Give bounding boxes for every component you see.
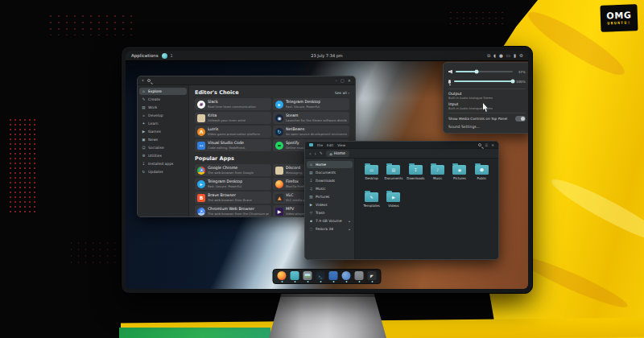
back-icon[interactable]: ‹ [142, 78, 144, 84]
maximize-icon[interactable]: ▢ [341, 79, 345, 83]
close-icon[interactable]: ✕ [491, 143, 494, 147]
sidebar-item-learn[interactable]: ✦Learn [139, 120, 187, 127]
folder-documents[interactable]: ▤Documents [383, 165, 403, 180]
output-device[interactable]: Output Built-in Audio Analogue Stereo [448, 92, 526, 100]
running-indicator [332, 281, 334, 282]
menu-file[interactable]: File [317, 143, 323, 147]
sidebar-item-news[interactable]: ▣News [139, 136, 187, 143]
sound-settings-link[interactable]: Sound Settings… [448, 125, 526, 129]
telegram-desktop-icon: ▸ [197, 180, 205, 188]
sidebar-item-explore[interactable]: ⌂Explore [139, 88, 187, 95]
breadcrumb[interactable]: ⌂ Home [326, 150, 349, 157]
files-sidebar-item-trash[interactable]: ▽Trash [307, 209, 353, 216]
app-card-slack[interactable]: #SlackReal-time team communication [195, 98, 271, 110]
folder-desktop[interactable]: ▭Desktop [361, 165, 382, 180]
app-card-lutris[interactable]: ΛLutrisVideo game preservation platform [195, 126, 271, 138]
edit-path-icon[interactable]: ✎ [320, 151, 323, 155]
sidebar-item-develop[interactable]: ⌗Develop [139, 112, 187, 119]
folder-emblem: ✎ [370, 196, 374, 200]
pictures-icon: ▨ [309, 195, 313, 199]
app-card-krita[interactable]: KritaUnleash your inner artist [195, 112, 271, 124]
files-sidebar-label: Videos [316, 203, 350, 207]
hamburger-menu-icon[interactable]: ☰ [485, 143, 488, 147]
app-summary: An open source development environment [286, 132, 347, 136]
files-sidebar-label: Documents [316, 171, 350, 175]
minimize-icon[interactable]: – [336, 79, 338, 83]
app-card-brave-browser[interactable]: BBrave BrowserThe web browser from Brave [195, 192, 271, 204]
firefox-launcher[interactable] [278, 271, 287, 282]
output-volume-knob[interactable] [475, 70, 479, 74]
eject-icon[interactable]: ▴ [349, 219, 350, 223]
network-icon[interactable]: ● [499, 54, 503, 59]
app-card-text: Brave BrowserThe web browser from Brave [208, 193, 252, 202]
menu-edit[interactable]: Edit [327, 143, 333, 147]
sidebar-item-label: Learn [148, 122, 159, 126]
sidebar-item-updates[interactable]: ↻Updates [139, 168, 187, 175]
files-sidebar-item-7-9-gb-volume[interactable]: ▪7.9 GB Volume▴ [307, 217, 353, 225]
back-button[interactable]: ‹ [309, 151, 311, 156]
app-card-telegram-desktop[interactable]: ▸Telegram DesktopFast. Secure. Powerful. [195, 178, 271, 190]
folder-videos[interactable]: ▶Videos [383, 192, 403, 208]
panel-clock[interactable]: 23 July 7:34 pm [311, 53, 342, 58]
eject-icon[interactable]: ▴ [349, 227, 350, 231]
folder-public[interactable]: ☻Public [472, 165, 492, 180]
screen-share-icon[interactable]: ⧉ [487, 54, 490, 59]
input-device[interactable]: Input Built-in Audio Analogue Stereo [448, 102, 526, 110]
red-dot-pattern [8, 117, 35, 214]
sidebar-item-work[interactable]: ▤Work [139, 104, 187, 111]
close-icon[interactable]: ✕ [348, 79, 351, 83]
sidebar-item-create[interactable]: ✎Create [139, 96, 187, 103]
display-icon[interactable]: ▭ [506, 54, 510, 59]
files-sidebar-item-music[interactable]: ♫Music [307, 185, 353, 192]
files-sidebar-item-documents[interactable]: ▤Documents [307, 169, 353, 176]
app-card-steam[interactable]: ◉SteamLauncher for the Steam software di… [273, 112, 349, 124]
sidebar-item-installed-apps[interactable]: ↧Installed apps [139, 160, 187, 167]
files-sidebar-item-fedora-38[interactable]: ◌Fedora 38▴ [307, 225, 353, 233]
search-icon[interactable] [147, 79, 151, 82]
folder-music[interactable]: ♪Music [427, 165, 448, 180]
green-band [119, 328, 270, 338]
media-controls-toggle[interactable] [515, 116, 526, 122]
see-all-link[interactable]: See all › [335, 91, 349, 95]
folder-templates[interactable]: ✎Templates [361, 192, 382, 208]
app-card-chromium-web-browser[interactable]: Chromium Web BrowserThe web browser from… [195, 205, 271, 216]
image-viewer-launcher[interactable] [303, 271, 312, 282]
app-card-google-chrome[interactable]: Google ChromeThe web browser from Google [195, 164, 271, 176]
app-card-visual-studio-code[interactable]: ‹›Visual Studio CodeCode editing. Redefi… [195, 139, 271, 151]
search-icon[interactable] [478, 143, 481, 146]
applications-menu-button[interactable]: Applications 1 [126, 53, 173, 59]
files-sidebar-item-videos[interactable]: ▶Videos [307, 201, 353, 208]
volume-icon[interactable]: ◖ [493, 54, 496, 59]
archive-manager-launcher[interactable] [355, 271, 364, 282]
files-sidebar-item-home[interactable]: ⌂Home [307, 161, 353, 168]
battery-icon[interactable]: ▮ [514, 54, 516, 59]
input-volume-slider[interactable] [454, 80, 513, 82]
output-volume-slider[interactable] [456, 71, 513, 72]
show-desktop-launcher[interactable]: ◤ [368, 271, 377, 282]
sidebar-item-utilities[interactable]: ⚙Utilities [139, 152, 187, 159]
app-name: Krita [208, 113, 246, 117]
files-sidebar-label: 7.9 GB Volume [316, 219, 346, 223]
forward-button[interactable]: › [314, 151, 316, 156]
sidebar-item-socialise[interactable]: ☺Socialise [139, 144, 187, 151]
files-sidebar-item-pictures[interactable]: ▨Pictures [307, 193, 353, 200]
videos-icon: ▶ [309, 203, 313, 207]
menu-view[interactable]: View [337, 143, 345, 147]
input-volume-knob[interactable] [511, 80, 515, 84]
settings-icon[interactable]: ⚙ [519, 54, 523, 59]
develop-icon: ⌗ [142, 113, 146, 117]
folder-downloads[interactable]: ↧Downloads [406, 165, 426, 180]
software-center-launcher[interactable] [342, 271, 351, 282]
monitor: Applications 1 23 July 7:34 pm ⧉◖●▭▮⚙ ‹ … [121, 46, 533, 294]
app-card-telegram-desktop[interactable]: ▸Telegram DesktopFast. Secure. Powerful. [273, 98, 349, 110]
file-manager-launcher[interactable] [291, 271, 299, 282]
workspace-indicator[interactable]: 1 [171, 53, 173, 58]
app-card-netbeans[interactable]: ↻NetBeansAn open source development envi… [273, 126, 349, 138]
folder-pictures[interactable]: ◉Pictures [449, 165, 469, 180]
folder-label: Desktop [365, 176, 378, 180]
terminal-launcher[interactable]: ›_ [316, 271, 325, 282]
work-icon: ▤ [142, 105, 146, 109]
text-editor-launcher[interactable] [329, 271, 338, 282]
sidebar-item-games[interactable]: ▶Games [139, 128, 187, 135]
files-sidebar-item-downloads[interactable]: ↧Downloads [307, 177, 353, 184]
